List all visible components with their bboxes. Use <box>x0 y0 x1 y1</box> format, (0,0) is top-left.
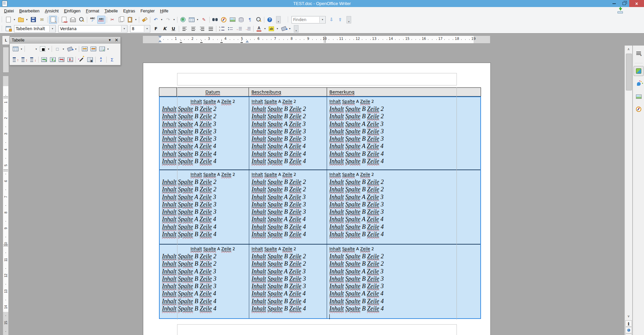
find-previous-button[interactable]: ⇧ <box>336 16 344 24</box>
table-toolbar-titlebar[interactable]: Tabelle ▼ ✕ <box>10 37 120 44</box>
align-bottom-button[interactable]: ↓ <box>29 56 37 64</box>
paste-button[interactable] <box>126 16 134 24</box>
table-cell-b3-c1[interactable]: Inhalt Spalte A Zeile 2Inhalt Spalte B Z… <box>160 245 249 318</box>
print-button[interactable] <box>69 16 77 24</box>
document-page[interactable]: DatumBeschreibungBemerkung Inhalt Spalte… <box>143 63 491 335</box>
menu-bearbeiten[interactable]: Bearbeiten <box>16 8 42 14</box>
header-cell-beschreibung[interactable]: Beschreibung <box>249 88 327 96</box>
gallery-button[interactable] <box>228 16 236 24</box>
table-button[interactable] <box>187 16 196 24</box>
find-and-replace-button[interactable] <box>211 16 219 24</box>
table-background-color-dropdown-icon[interactable]: ▼ <box>74 45 77 53</box>
find-overflow-button[interactable]: ▾ <box>345 16 353 24</box>
menu-extras[interactable]: Extras <box>120 8 138 14</box>
borders-dropdown-icon[interactable]: ▼ <box>62 45 65 53</box>
font-size-input[interactable] <box>130 26 144 31</box>
font-color-dropdown-icon[interactable]: ▼ <box>263 25 267 32</box>
paste-dropdown-icon[interactable]: ▼ <box>134 16 138 23</box>
align-right-button[interactable] <box>198 25 206 33</box>
new-document-dropdown-icon[interactable]: ▼ <box>13 16 16 23</box>
undo-dropdown-icon[interactable]: ▼ <box>160 16 163 23</box>
page-preview-button[interactable] <box>77 16 86 24</box>
font-name-input[interactable] <box>59 26 121 31</box>
line-color-button[interactable] <box>39 45 47 53</box>
insert-row-button[interactable]: + <box>40 56 48 64</box>
toolbar-drag-handle[interactable] <box>1 17 3 23</box>
spellcheck-button[interactable]: ABC✓ <box>89 16 97 24</box>
borders-button[interactable]: □ <box>53 45 61 53</box>
background-color-button[interactable] <box>280 25 288 33</box>
scroll-up-button[interactable]: ∧ <box>625 46 632 52</box>
copy-button[interactable] <box>117 16 125 24</box>
find-combobox[interactable]: ▾ <box>291 16 326 23</box>
toolbar-close-icon[interactable]: ✕ <box>115 38 118 43</box>
table-header-row[interactable]: DatumBeschreibungBemerkung <box>159 87 481 96</box>
data-sources-button[interactable] <box>237 16 245 24</box>
hyperlink-button[interactable] <box>179 16 187 24</box>
italic-button[interactable]: K <box>161 25 169 33</box>
split-cells-button[interactable] <box>89 45 97 53</box>
table-cell-b2-c1[interactable]: Inhalt Spalte A Zeile 2Inhalt Spalte B Z… <box>160 170 249 244</box>
line-style-button[interactable] <box>26 45 34 53</box>
table-cell-b2-c2[interactable]: Inhalt Spalte A Zeile 2Inhalt Spalte B Z… <box>249 170 327 244</box>
scroll-down-button[interactable]: ∨ <box>625 313 632 319</box>
navigation-button[interactable] <box>625 327 632 333</box>
export-pdf-button[interactable]: PDF <box>60 16 68 24</box>
optimize-dropdown-icon[interactable]: ▼ <box>106 45 110 53</box>
justify-button[interactable] <box>207 25 215 33</box>
close-button[interactable]: × <box>629 0 644 7</box>
increase-indent-button[interactable]: → <box>244 25 252 33</box>
toolbar-overflow-button[interactable]: ▾ <box>274 16 282 24</box>
delete-column-button[interactable]: − <box>66 56 74 64</box>
save-button[interactable] <box>29 16 37 24</box>
update-available-icon[interactable] <box>617 8 623 14</box>
auto-spellcheck-button[interactable]: ABC <box>97 16 105 24</box>
center-vertical-button[interactable]: ↕ <box>20 56 28 64</box>
sidebar-tab-properties[interactable] <box>634 66 644 76</box>
navigator-button[interactable] <box>220 16 228 24</box>
header-cell-datum[interactable]: Datum <box>176 88 249 96</box>
open-dropdown-icon[interactable]: ▼ <box>25 16 29 23</box>
table-cell-b1-c2[interactable]: Inhalt Spalte A Zeile 2Inhalt Spalte B Z… <box>249 97 327 170</box>
highlighting-button[interactable]: ab <box>267 25 275 33</box>
restore-button[interactable] <box>619 0 629 7</box>
insert-table-button[interactable] <box>11 45 19 53</box>
help-button[interactable]: ? <box>266 16 274 24</box>
format-paintbrush-button[interactable] <box>141 16 149 24</box>
font-name-combobox[interactable]: ▾ <box>58 25 127 32</box>
formatting-marks-button[interactable]: ¶ <box>246 16 254 24</box>
background-color-dropdown-icon[interactable]: ▼ <box>288 25 291 32</box>
new-document-button[interactable] <box>4 16 12 24</box>
vertical-ruler[interactable]: 123456789101112131415 <box>2 47 9 335</box>
sidebar-tab-gallery[interactable] <box>634 91 644 102</box>
optimize-button[interactable]: ✓ <box>98 45 106 53</box>
menu-hilfe[interactable]: Hilfe <box>157 8 171 14</box>
open-button[interactable] <box>17 16 25 24</box>
sidebar-tab-sidebar-settings[interactable] <box>634 48 644 58</box>
style-dropdown-icon[interactable]: ▾ <box>49 26 55 32</box>
undo-button[interactable]: ↶ <box>152 16 160 24</box>
tab-type-selector[interactable]: L <box>2 36 10 45</box>
scrollbar-thumb[interactable] <box>626 54 632 90</box>
autoformat-button[interactable] <box>77 56 85 64</box>
insert-table-dropdown-icon[interactable]: ▼ <box>20 45 23 53</box>
sidebar-tab-navigator[interactable] <box>634 104 644 114</box>
bold-button[interactable]: F <box>152 25 160 33</box>
table-properties-button[interactable]: ▣ <box>86 56 94 64</box>
find-toolbar-handle[interactable] <box>287 17 289 23</box>
menu-fenster[interactable]: Fenster <box>138 8 157 14</box>
delete-row-button[interactable]: − <box>57 56 65 64</box>
underline-button[interactable]: U <box>169 25 177 33</box>
font-dropdown-icon[interactable]: ▾ <box>121 26 127 32</box>
minimize-button[interactable] <box>609 0 619 7</box>
decrease-indent-button[interactable]: ← <box>235 25 243 33</box>
edit-file-button[interactable]: ✎ <box>49 16 57 24</box>
font-color-button[interactable]: A <box>255 25 263 33</box>
align-top-button[interactable]: ↑ <box>11 56 19 64</box>
table-cell-b3-c2[interactable]: Inhalt Spalte A Zeile 2Inhalt Spalte B Z… <box>249 245 327 318</box>
next-page-button[interactable]: ▼▼ <box>625 334 632 335</box>
formatting-toolbar-handle[interactable] <box>1 26 3 32</box>
align-left-button[interactable] <box>180 25 189 33</box>
table-cell-b1-c3[interactable]: Inhalt Spalte A Zeile 2Inhalt Spalte B Z… <box>327 97 480 170</box>
draw-functions-button[interactable]: ✎ <box>200 16 208 24</box>
